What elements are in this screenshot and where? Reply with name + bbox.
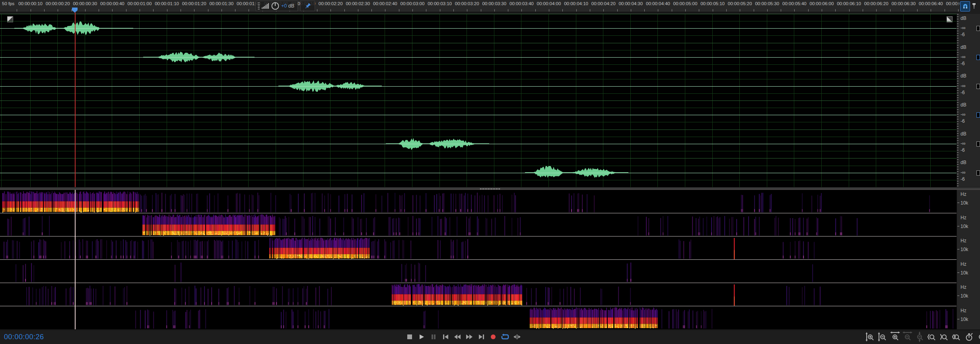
ruler-timecode-label: 00:00:01:20 [182, 1, 206, 6]
record-icon [490, 334, 496, 340]
khz-tick [957, 249, 959, 249]
ruler-tick [617, 9, 618, 12]
scale-label: dB [961, 131, 966, 137]
ruler-tick [672, 9, 672, 12]
gain-toolbar[interactable]: +0 dB [256, 1, 298, 11]
stop-button[interactable] [405, 331, 414, 343]
ruler-tick [331, 9, 331, 12]
pause-button[interactable] [429, 331, 438, 343]
scale-label: dB [961, 44, 966, 50]
zoom-out-horizontal-button[interactable] [902, 331, 912, 343]
ruler-timecode-label: 00:00:04:20 [591, 1, 616, 6]
loop-playback-button[interactable] [500, 331, 510, 343]
track-fader-box[interactable] [976, 170, 980, 176]
pane-splitter[interactable] [0, 187, 980, 190]
ruler-tick [754, 9, 754, 12]
zoom-time-button[interactable] [964, 331, 974, 343]
scale-label: -6 [961, 32, 965, 37]
ruler-tick [99, 9, 99, 12]
ruler-tick [112, 9, 113, 12]
marker-pin-icon[interactable] [971, 2, 977, 10]
ruler-timecode-label: 00:00:06:20 [864, 1, 889, 6]
ruler-tick [72, 9, 72, 12]
zoom-out-vertical-button[interactable] [878, 331, 888, 343]
ruler-timecode-label: 00:00:01:10 [155, 1, 179, 6]
fast-forward-button[interactable] [465, 331, 474, 343]
track-fader-box[interactable] [976, 55, 980, 60]
ruler-timecode-label: 00:00:03:10 [428, 1, 452, 6]
gain-knob-icon[interactable] [271, 2, 280, 10]
ruler-tick [317, 9, 317, 12]
quarter-gridline [0, 50, 957, 50]
khz-tick [957, 203, 959, 203]
waveform-track-area[interactable] [0, 14, 957, 187]
record-button[interactable] [488, 331, 498, 343]
go-to-end-button[interactable] [476, 331, 486, 343]
ruler-tick [945, 9, 945, 12]
zoom-selection-start-icon [927, 331, 937, 343]
stopwatch-icon [964, 331, 974, 343]
ruler-tick [194, 9, 194, 12]
timeline-ruler[interactable]: 50 fps 00:00:00:1000:00:00:2000:00:00:30… [0, 0, 959, 12]
ruler-tick [685, 9, 686, 12]
zoom-selection-start-button[interactable] [927, 331, 937, 343]
khz-label: 10k [961, 247, 968, 252]
playhead-line-waveform [75, 12, 76, 187]
ruler-tick [781, 9, 781, 12]
scale-label: -∞ [961, 141, 966, 146]
zoom-in-vertical-icon [865, 331, 875, 343]
track-fader-box[interactable] [976, 141, 980, 147]
ruler-timecode-label: 00:00:03:00 [401, 1, 425, 6]
zoom-fit-vertical-button[interactable] [915, 331, 925, 343]
zoom-in-vertical-button[interactable] [865, 331, 875, 343]
go-to-start-button[interactable] [441, 331, 450, 343]
ruler-tick [822, 9, 822, 12]
ruler-tick [426, 9, 426, 12]
expand-selection-icon [513, 334, 521, 340]
db-tick-strip [957, 14, 959, 187]
scale-label: -∞ [961, 25, 966, 31]
rewind-button[interactable] [453, 331, 462, 343]
pushpin-icon[interactable] [304, 2, 311, 10]
skip-end-icon [478, 334, 484, 340]
ruler-tick [467, 9, 467, 12]
ruler-tick [222, 9, 222, 12]
khz-tick [957, 319, 959, 319]
zoom-edge-button[interactable] [976, 331, 980, 343]
zoom-cursor-icon [976, 331, 980, 343]
ruler-timecode-label: 00:00:03:40 [509, 1, 534, 6]
play-button[interactable] [417, 331, 426, 343]
scale-label: -6 [961, 61, 965, 66]
quarter-gridline [0, 108, 957, 108]
scale-label: -6 [961, 147, 965, 153]
magnet-icon [962, 3, 968, 10]
play-selection-button[interactable] [512, 331, 522, 343]
ruler-timecode-label: 00:00:04:10 [564, 1, 588, 6]
ruler-tick [904, 9, 904, 12]
ruler-tick [412, 9, 413, 12]
ruler-tick [44, 9, 45, 12]
gain-value: +0 [281, 3, 287, 9]
zoom-selection-end-button[interactable] [939, 331, 949, 343]
track-fader-box[interactable] [976, 84, 980, 89]
ruler-tick [835, 9, 836, 12]
loop-icon [501, 334, 509, 340]
spectrogram-area[interactable] [0, 190, 957, 329]
pause-icon [431, 334, 436, 340]
snap-toggle-button[interactable] [960, 1, 970, 12]
toolbar-grip-handle[interactable] [258, 2, 260, 10]
track-fader-box[interactable] [976, 112, 980, 118]
quarter-gridline [0, 21, 957, 21]
scale-label: dB [961, 73, 966, 79]
ruler-timecode-label: 00:00:02:30 [346, 1, 370, 6]
track-fader-box[interactable] [976, 26, 980, 31]
ruler-tick [358, 9, 358, 12]
db-scale-column: dB-∞-6dB-∞-6dB-∞-6dB-∞-6dB-∞-6dB-∞-6 [957, 14, 980, 187]
ruler-tick [699, 9, 699, 12]
ruler-tick [521, 9, 522, 12]
pin-toolbar[interactable] [300, 1, 315, 11]
zoom-in-horizontal-button[interactable] [890, 331, 900, 343]
quarter-gridline [0, 137, 957, 137]
ruler-tick [126, 9, 126, 12]
zoom-selection-button[interactable] [952, 331, 962, 343]
